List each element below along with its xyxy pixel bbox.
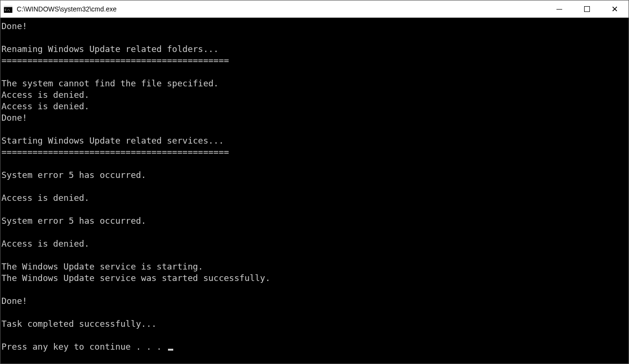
window-controls: ✕ — [545, 0, 629, 18]
close-button[interactable]: ✕ — [601, 0, 629, 18]
watermark-icon — [602, 328, 624, 350]
minimize-icon — [556, 9, 562, 10]
window-title: C:\WINDOWS\system32\cmd.exe — [17, 5, 545, 13]
maximize-icon — [584, 6, 590, 12]
cursor — [168, 349, 173, 351]
cmd-window: C:\ C:\WINDOWS\system32\cmd.exe ✕ Done! … — [0, 0, 629, 364]
console-text: Done! Renaming Windows Update related fo… — [1, 21, 271, 352]
console-output[interactable]: Done! Renaming Windows Update related fo… — [0, 18, 629, 364]
minimize-button[interactable] — [545, 0, 573, 18]
svg-rect-1 — [4, 6, 12, 7]
maximize-button[interactable] — [573, 0, 601, 18]
titlebar[interactable]: C:\ C:\WINDOWS\system32\cmd.exe ✕ — [0, 0, 629, 18]
cmd-icon: C:\ — [3, 5, 13, 13]
close-icon: ✕ — [611, 5, 618, 13]
svg-text:C:\: C:\ — [5, 8, 10, 11]
